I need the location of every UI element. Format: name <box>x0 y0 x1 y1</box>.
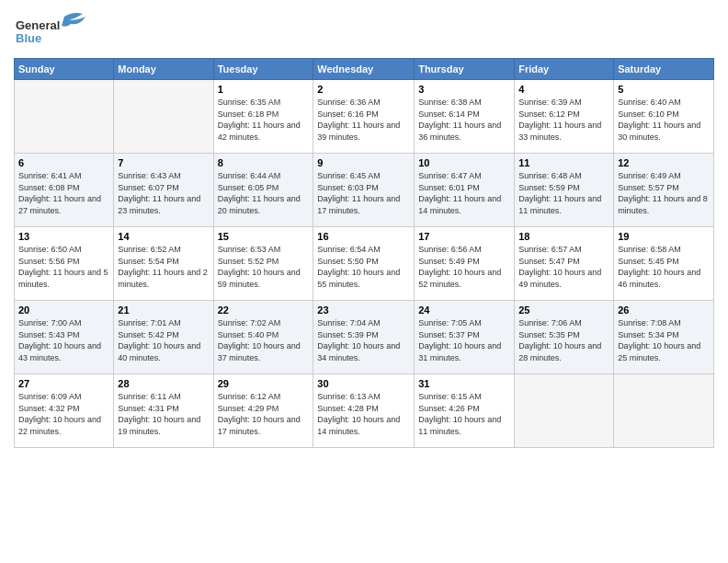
day-number: 25 <box>518 304 609 316</box>
day-info: Sunrise: 6:36 AM Sunset: 6:16 PM Dayligh… <box>317 97 410 143</box>
weekday-header-friday: Friday <box>515 59 614 80</box>
day-number: 15 <box>218 231 310 242</box>
day-info: Sunrise: 7:02 AM Sunset: 5:40 PM Dayligh… <box>218 317 310 363</box>
week-row-4: 20Sunrise: 7:00 AM Sunset: 5:43 PM Dayli… <box>15 301 714 374</box>
weekday-header-tuesday: Tuesday <box>213 59 313 80</box>
day-number: 8 <box>218 157 310 168</box>
day-cell: 18Sunrise: 6:57 AM Sunset: 5:47 PM Dayli… <box>515 227 614 301</box>
day-info: Sunrise: 6:15 AM Sunset: 4:26 PM Dayligh… <box>418 391 510 437</box>
day-number: 3 <box>418 84 510 95</box>
day-number: 17 <box>418 231 510 242</box>
day-cell <box>15 80 114 154</box>
day-number: 10 <box>418 157 510 168</box>
week-row-1: 1Sunrise: 6:35 AM Sunset: 6:18 PM Daylig… <box>15 80 714 154</box>
day-info: Sunrise: 6:43 AM Sunset: 6:07 PM Dayligh… <box>118 170 209 216</box>
day-info: Sunrise: 6:44 AM Sunset: 6:05 PM Dayligh… <box>218 170 310 216</box>
day-number: 20 <box>18 304 109 316</box>
day-info: Sunrise: 6:57 AM Sunset: 5:47 PM Dayligh… <box>518 244 609 290</box>
day-cell: 26Sunrise: 7:08 AM Sunset: 5:34 PM Dayli… <box>614 301 714 374</box>
page: General Blue SundayMondayTuesdayWednesda… <box>0 0 728 563</box>
week-row-5: 27Sunrise: 6:09 AM Sunset: 4:32 PM Dayli… <box>15 374 714 448</box>
day-cell: 9Sunrise: 6:45 AM Sunset: 6:03 PM Daylig… <box>313 154 415 227</box>
day-number: 6 <box>18 157 109 168</box>
day-number: 23 <box>317 304 410 316</box>
day-number: 22 <box>218 304 310 316</box>
day-cell: 30Sunrise: 6:13 AM Sunset: 4:28 PM Dayli… <box>313 374 415 448</box>
day-cell: 14Sunrise: 6:52 AM Sunset: 5:54 PM Dayli… <box>114 227 213 301</box>
day-number: 13 <box>18 231 109 242</box>
day-info: Sunrise: 6:56 AM Sunset: 5:49 PM Dayligh… <box>418 244 510 290</box>
day-number: 7 <box>118 157 209 168</box>
day-info: Sunrise: 6:45 AM Sunset: 6:03 PM Dayligh… <box>317 170 410 216</box>
day-number: 4 <box>518 84 609 95</box>
calendar-table: SundayMondayTuesdayWednesdayThursdayFrid… <box>14 58 714 448</box>
day-cell: 16Sunrise: 6:54 AM Sunset: 5:50 PM Dayli… <box>313 227 415 301</box>
weekday-header-thursday: Thursday <box>415 59 515 80</box>
day-number: 5 <box>618 84 710 95</box>
day-number: 30 <box>317 378 410 389</box>
day-cell <box>614 374 714 448</box>
day-cell: 2Sunrise: 6:36 AM Sunset: 6:16 PM Daylig… <box>313 80 415 154</box>
day-info: Sunrise: 7:05 AM Sunset: 5:37 PM Dayligh… <box>418 317 510 363</box>
day-number: 11 <box>518 157 609 168</box>
day-cell: 20Sunrise: 7:00 AM Sunset: 5:43 PM Dayli… <box>15 301 114 374</box>
svg-text:General: General <box>16 18 60 32</box>
day-info: Sunrise: 6:48 AM Sunset: 5:59 PM Dayligh… <box>518 170 609 216</box>
day-cell: 10Sunrise: 6:47 AM Sunset: 6:01 PM Dayli… <box>415 154 515 227</box>
day-info: Sunrise: 7:06 AM Sunset: 5:35 PM Dayligh… <box>518 317 609 363</box>
day-number: 27 <box>18 378 109 389</box>
weekday-header-saturday: Saturday <box>614 59 714 80</box>
day-info: Sunrise: 6:53 AM Sunset: 5:52 PM Dayligh… <box>218 244 310 290</box>
day-cell: 8Sunrise: 6:44 AM Sunset: 6:05 PM Daylig… <box>213 154 313 227</box>
day-cell: 29Sunrise: 6:12 AM Sunset: 4:29 PM Dayli… <box>213 374 313 448</box>
day-info: Sunrise: 6:40 AM Sunset: 6:10 PM Dayligh… <box>618 97 710 143</box>
day-info: Sunrise: 7:04 AM Sunset: 5:39 PM Dayligh… <box>317 317 410 363</box>
day-info: Sunrise: 6:50 AM Sunset: 5:56 PM Dayligh… <box>18 244 109 290</box>
week-row-3: 13Sunrise: 6:50 AM Sunset: 5:56 PM Dayli… <box>15 227 714 301</box>
day-cell: 3Sunrise: 6:38 AM Sunset: 6:14 PM Daylig… <box>415 80 515 154</box>
day-cell: 13Sunrise: 6:50 AM Sunset: 5:56 PM Dayli… <box>15 227 114 301</box>
day-number: 2 <box>317 84 410 95</box>
day-info: Sunrise: 6:38 AM Sunset: 6:14 PM Dayligh… <box>418 97 510 143</box>
weekday-header-row: SundayMondayTuesdayWednesdayThursdayFrid… <box>15 59 714 80</box>
day-number: 1 <box>218 84 310 95</box>
day-info: Sunrise: 6:58 AM Sunset: 5:45 PM Dayligh… <box>618 244 710 290</box>
day-info: Sunrise: 6:54 AM Sunset: 5:50 PM Dayligh… <box>317 244 410 290</box>
week-row-2: 6Sunrise: 6:41 AM Sunset: 6:08 PM Daylig… <box>15 154 714 227</box>
day-cell: 24Sunrise: 7:05 AM Sunset: 5:37 PM Dayli… <box>415 301 515 374</box>
day-info: Sunrise: 6:35 AM Sunset: 6:18 PM Dayligh… <box>218 97 310 143</box>
day-info: Sunrise: 6:47 AM Sunset: 6:01 PM Dayligh… <box>418 170 510 216</box>
svg-text:Blue: Blue <box>16 31 41 45</box>
day-cell: 6Sunrise: 6:41 AM Sunset: 6:08 PM Daylig… <box>15 154 114 227</box>
day-cell: 5Sunrise: 6:40 AM Sunset: 6:10 PM Daylig… <box>614 80 714 154</box>
day-number: 18 <box>518 231 609 242</box>
day-info: Sunrise: 7:01 AM Sunset: 5:42 PM Dayligh… <box>118 317 209 363</box>
day-info: Sunrise: 7:08 AM Sunset: 5:34 PM Dayligh… <box>618 317 710 363</box>
day-info: Sunrise: 7:00 AM Sunset: 5:43 PM Dayligh… <box>18 317 109 363</box>
day-cell: 4Sunrise: 6:39 AM Sunset: 6:12 PM Daylig… <box>515 80 614 154</box>
day-cell: 12Sunrise: 6:49 AM Sunset: 5:57 PM Dayli… <box>614 154 714 227</box>
day-cell: 17Sunrise: 6:56 AM Sunset: 5:49 PM Dayli… <box>415 227 515 301</box>
day-cell <box>114 80 213 154</box>
weekday-header-wednesday: Wednesday <box>313 59 415 80</box>
day-cell: 11Sunrise: 6:48 AM Sunset: 5:59 PM Dayli… <box>515 154 614 227</box>
day-number: 12 <box>618 157 710 168</box>
weekday-header-sunday: Sunday <box>15 59 114 80</box>
day-info: Sunrise: 6:12 AM Sunset: 4:29 PM Dayligh… <box>218 391 310 437</box>
day-cell: 21Sunrise: 7:01 AM Sunset: 5:42 PM Dayli… <box>114 301 213 374</box>
day-info: Sunrise: 6:39 AM Sunset: 6:12 PM Dayligh… <box>518 97 609 143</box>
day-number: 16 <box>317 231 410 242</box>
day-cell: 31Sunrise: 6:15 AM Sunset: 4:26 PM Dayli… <box>415 374 515 448</box>
day-info: Sunrise: 6:13 AM Sunset: 4:28 PM Dayligh… <box>317 391 410 437</box>
weekday-header-monday: Monday <box>114 59 213 80</box>
day-info: Sunrise: 6:49 AM Sunset: 5:57 PM Dayligh… <box>618 170 710 216</box>
day-cell: 19Sunrise: 6:58 AM Sunset: 5:45 PM Dayli… <box>614 227 714 301</box>
day-number: 24 <box>418 304 510 316</box>
day-number: 9 <box>317 157 410 168</box>
day-info: Sunrise: 6:09 AM Sunset: 4:32 PM Dayligh… <box>18 391 109 437</box>
day-cell: 28Sunrise: 6:11 AM Sunset: 4:31 PM Dayli… <box>114 374 213 448</box>
day-cell: 22Sunrise: 7:02 AM Sunset: 5:40 PM Dayli… <box>213 301 313 374</box>
day-info: Sunrise: 6:52 AM Sunset: 5:54 PM Dayligh… <box>118 244 209 290</box>
day-number: 26 <box>618 304 710 316</box>
day-cell <box>515 374 614 448</box>
